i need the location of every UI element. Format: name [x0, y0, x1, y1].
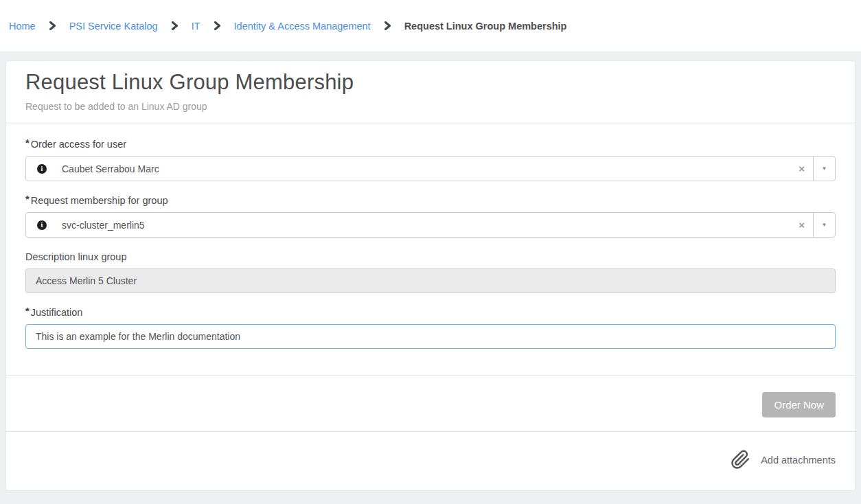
justification-input[interactable]	[25, 324, 836, 349]
breadcrumb: Home PSI Service Katalog IT Identity & A…	[9, 21, 566, 32]
order-access-label-text: Order access for user	[31, 139, 126, 150]
breadcrumb-it[interactable]: IT	[192, 21, 200, 32]
justification-label: * Justification	[25, 307, 836, 318]
order-now-button[interactable]: Order Now	[762, 392, 836, 417]
description-readonly-field: Access Merlin 5 Cluster	[25, 268, 836, 293]
form-section: * Order access for user i Caubet Serrabo…	[6, 124, 855, 375]
chevron-right-icon	[171, 21, 179, 30]
request-form-card: Request Linux Group Membership Request t…	[5, 60, 856, 491]
required-marker: *	[25, 306, 30, 317]
order-access-select[interactable]: i Caubet Serrabou Marc × ▼	[25, 156, 836, 181]
clear-icon[interactable]: ×	[790, 220, 813, 230]
info-icon[interactable]: i	[37, 220, 47, 230]
breadcrumb-home[interactable]: Home	[9, 21, 36, 32]
group-membership-select[interactable]: i svc-cluster_merlin5 × ▼	[25, 212, 836, 238]
breadcrumb-identity-access-management[interactable]: Identity & Access Management	[234, 21, 371, 32]
card-header: Request Linux Group Membership Request t…	[6, 61, 855, 124]
page-title: Request Linux Group Membership	[25, 70, 836, 95]
button-section: Order Now	[6, 375, 855, 431]
group-membership-label: * Request membership for group	[25, 195, 836, 206]
dropdown-caret-button[interactable]: ▼	[813, 213, 835, 237]
group-membership-label-text: Request membership for group	[31, 195, 168, 206]
paperclip-icon	[731, 450, 750, 470]
add-attachments-control[interactable]: Add attachments	[6, 431, 855, 490]
order-access-label: * Order access for user	[25, 139, 836, 150]
chevron-right-icon	[384, 21, 391, 30]
justification-label-text: Justification	[31, 307, 83, 318]
dropdown-caret-button[interactable]: ▼	[813, 157, 835, 181]
breadcrumb-current: Request Linux Group Membership	[404, 21, 567, 32]
chevron-right-icon	[49, 21, 56, 30]
add-attachments-label: Add attachments	[761, 455, 836, 466]
description-label: Description linux group	[25, 251, 836, 262]
clear-icon[interactable]: ×	[790, 163, 813, 174]
order-access-value: Caubet Serrabou Marc	[62, 163, 790, 174]
breadcrumb-bar: Home PSI Service Katalog IT Identity & A…	[0, 0, 861, 52]
breadcrumb-psi-service-katalog[interactable]: PSI Service Katalog	[69, 21, 158, 32]
description-value: Access Merlin 5 Cluster	[36, 275, 137, 286]
info-icon[interactable]: i	[37, 164, 47, 174]
chevron-right-icon	[214, 21, 221, 30]
required-marker: *	[25, 137, 30, 148]
required-marker: *	[25, 194, 30, 205]
description-label-text: Description linux group	[25, 251, 127, 262]
page-subtitle: Request to be added to an Linux AD group	[25, 101, 836, 112]
group-membership-value: svc-cluster_merlin5	[62, 220, 790, 231]
